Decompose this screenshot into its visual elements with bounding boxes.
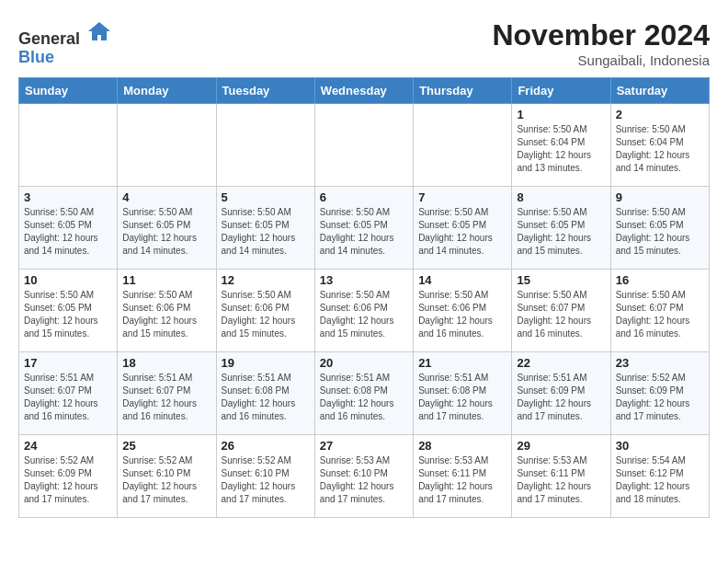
col-header-wednesday: Wednesday xyxy=(314,78,413,104)
day-info: Sunrise: 5:51 AM Sunset: 6:07 PM Dayligh… xyxy=(122,372,210,423)
day-number: 2 xyxy=(616,108,704,121)
calendar-cell: 17Sunrise: 5:51 AM Sunset: 6:07 PM Dayli… xyxy=(19,352,118,435)
day-number: 25 xyxy=(122,439,210,453)
calendar-table: SundayMondayTuesdayWednesdayThursdayFrid… xyxy=(18,77,710,518)
calendar-cell: 7Sunrise: 5:50 AM Sunset: 6:05 PM Daylig… xyxy=(414,187,512,270)
day-info: Sunrise: 5:52 AM Sunset: 6:09 PM Dayligh… xyxy=(616,372,704,423)
calendar-cell: 5Sunrise: 5:50 AM Sunset: 6:05 PM Daylig… xyxy=(216,187,314,270)
calendar-cell: 14Sunrise: 5:50 AM Sunset: 6:06 PM Dayli… xyxy=(414,270,512,352)
day-info: Sunrise: 5:50 AM Sunset: 6:06 PM Dayligh… xyxy=(320,289,408,340)
col-header-thursday: Thursday xyxy=(414,78,512,104)
calendar-header-row: SundayMondayTuesdayWednesdayThursdayFrid… xyxy=(19,78,710,104)
title-block: November 2024 Sungaibali, Indonesia xyxy=(492,18,710,68)
day-info: Sunrise: 5:50 AM Sunset: 6:05 PM Dayligh… xyxy=(616,206,704,258)
calendar-cell: 30Sunrise: 5:54 AM Sunset: 6:12 PM Dayli… xyxy=(610,435,709,518)
day-info: Sunrise: 5:50 AM Sunset: 6:06 PM Dayligh… xyxy=(122,289,210,340)
calendar-cell: 2Sunrise: 5:50 AM Sunset: 6:04 PM Daylig… xyxy=(610,104,709,187)
day-info: Sunrise: 5:50 AM Sunset: 6:05 PM Dayligh… xyxy=(24,206,112,258)
day-info: Sunrise: 5:53 AM Sunset: 6:10 PM Dayligh… xyxy=(320,454,408,506)
calendar-week-row: 10Sunrise: 5:50 AM Sunset: 6:05 PM Dayli… xyxy=(19,270,710,352)
day-number: 13 xyxy=(320,273,408,287)
day-number: 14 xyxy=(418,273,506,287)
col-header-monday: Monday xyxy=(118,78,216,104)
calendar-cell: 9Sunrise: 5:50 AM Sunset: 6:05 PM Daylig… xyxy=(610,187,709,270)
day-number: 10 xyxy=(24,273,112,287)
col-header-saturday: Saturday xyxy=(610,78,709,104)
calendar-cell: 15Sunrise: 5:50 AM Sunset: 6:07 PM Dayli… xyxy=(512,270,610,352)
day-info: Sunrise: 5:52 AM Sunset: 6:10 PM Dayligh… xyxy=(222,454,310,506)
day-number: 30 xyxy=(616,439,704,453)
calendar-week-row: 3Sunrise: 5:50 AM Sunset: 6:05 PM Daylig… xyxy=(19,187,710,270)
day-number: 29 xyxy=(517,439,605,453)
calendar-cell: 11Sunrise: 5:50 AM Sunset: 6:06 PM Dayli… xyxy=(118,270,216,352)
day-info: Sunrise: 5:50 AM Sunset: 6:05 PM Dayligh… xyxy=(418,206,506,258)
calendar-cell: 18Sunrise: 5:51 AM Sunset: 6:07 PM Dayli… xyxy=(118,352,216,435)
col-header-friday: Friday xyxy=(512,78,610,104)
day-info: Sunrise: 5:50 AM Sunset: 6:05 PM Dayligh… xyxy=(517,206,605,258)
day-number: 19 xyxy=(222,356,310,370)
month-year-title: November 2024 xyxy=(492,18,710,52)
day-number: 26 xyxy=(222,439,310,453)
calendar-cell: 1Sunrise: 5:50 AM Sunset: 6:04 PM Daylig… xyxy=(512,104,610,187)
day-number: 6 xyxy=(320,190,408,204)
calendar-cell xyxy=(19,104,118,187)
day-number: 4 xyxy=(122,190,210,204)
col-header-tuesday: Tuesday xyxy=(216,78,314,104)
day-info: Sunrise: 5:51 AM Sunset: 6:08 PM Dayligh… xyxy=(320,372,408,423)
day-number: 21 xyxy=(418,356,506,370)
calendar-cell: 10Sunrise: 5:50 AM Sunset: 6:05 PM Dayli… xyxy=(19,270,118,352)
calendar-week-row: 1Sunrise: 5:50 AM Sunset: 6:04 PM Daylig… xyxy=(19,104,710,187)
logo: General Blue xyxy=(18,18,112,67)
day-number: 27 xyxy=(320,439,408,453)
day-number: 1 xyxy=(517,108,605,121)
calendar-cell xyxy=(414,104,512,187)
calendar-week-row: 17Sunrise: 5:51 AM Sunset: 6:07 PM Dayli… xyxy=(19,352,710,435)
day-number: 28 xyxy=(418,439,506,453)
day-info: Sunrise: 5:52 AM Sunset: 6:09 PM Dayligh… xyxy=(24,454,112,506)
day-number: 8 xyxy=(517,190,605,204)
day-number: 3 xyxy=(24,190,112,204)
day-info: Sunrise: 5:50 AM Sunset: 6:06 PM Dayligh… xyxy=(222,289,310,340)
day-info: Sunrise: 5:53 AM Sunset: 6:11 PM Dayligh… xyxy=(517,454,605,506)
day-info: Sunrise: 5:54 AM Sunset: 6:12 PM Dayligh… xyxy=(616,454,704,506)
calendar-cell xyxy=(118,104,216,187)
calendar-cell: 22Sunrise: 5:51 AM Sunset: 6:09 PM Dayli… xyxy=(512,352,610,435)
day-info: Sunrise: 5:51 AM Sunset: 6:09 PM Dayligh… xyxy=(517,372,605,423)
day-info: Sunrise: 5:50 AM Sunset: 6:07 PM Dayligh… xyxy=(616,289,704,340)
calendar-cell: 6Sunrise: 5:50 AM Sunset: 6:05 PM Daylig… xyxy=(314,187,413,270)
calendar-cell: 16Sunrise: 5:50 AM Sunset: 6:07 PM Dayli… xyxy=(610,270,709,352)
calendar-cell: 13Sunrise: 5:50 AM Sunset: 6:06 PM Dayli… xyxy=(314,270,413,352)
calendar-cell: 23Sunrise: 5:52 AM Sunset: 6:09 PM Dayli… xyxy=(610,352,709,435)
calendar-cell: 3Sunrise: 5:50 AM Sunset: 6:05 PM Daylig… xyxy=(19,187,118,270)
day-number: 20 xyxy=(320,356,408,370)
day-number: 5 xyxy=(222,190,310,204)
day-number: 16 xyxy=(616,273,704,287)
day-info: Sunrise: 5:52 AM Sunset: 6:10 PM Dayligh… xyxy=(122,454,210,506)
calendar-cell xyxy=(314,104,413,187)
day-info: Sunrise: 5:50 AM Sunset: 6:06 PM Dayligh… xyxy=(418,289,506,340)
calendar-cell: 29Sunrise: 5:53 AM Sunset: 6:11 PM Dayli… xyxy=(512,435,610,518)
day-info: Sunrise: 5:50 AM Sunset: 6:05 PM Dayligh… xyxy=(222,206,310,258)
calendar-cell: 8Sunrise: 5:50 AM Sunset: 6:05 PM Daylig… xyxy=(512,187,610,270)
col-header-sunday: Sunday xyxy=(19,78,118,104)
svg-marker-0 xyxy=(88,22,110,40)
day-number: 9 xyxy=(616,190,704,204)
day-number: 23 xyxy=(616,356,704,370)
day-info: Sunrise: 5:50 AM Sunset: 6:05 PM Dayligh… xyxy=(122,206,210,258)
day-info: Sunrise: 5:50 AM Sunset: 6:07 PM Dayligh… xyxy=(517,289,605,340)
day-info: Sunrise: 5:50 AM Sunset: 6:05 PM Dayligh… xyxy=(24,289,112,340)
day-number: 7 xyxy=(418,190,506,204)
day-info: Sunrise: 5:53 AM Sunset: 6:11 PM Dayligh… xyxy=(418,454,506,506)
day-number: 18 xyxy=(122,356,210,370)
logo-general-text: General xyxy=(18,29,80,48)
day-number: 12 xyxy=(222,273,310,287)
calendar-week-row: 24Sunrise: 5:52 AM Sunset: 6:09 PM Dayli… xyxy=(19,435,710,518)
calendar-cell xyxy=(216,104,314,187)
calendar-cell: 12Sunrise: 5:50 AM Sunset: 6:06 PM Dayli… xyxy=(216,270,314,352)
day-info: Sunrise: 5:51 AM Sunset: 6:08 PM Dayligh… xyxy=(418,372,506,423)
day-info: Sunrise: 5:50 AM Sunset: 6:05 PM Dayligh… xyxy=(320,206,408,258)
day-info: Sunrise: 5:50 AM Sunset: 6:04 PM Dayligh… xyxy=(517,123,605,175)
day-info: Sunrise: 5:51 AM Sunset: 6:07 PM Dayligh… xyxy=(24,372,112,423)
calendar-cell: 26Sunrise: 5:52 AM Sunset: 6:10 PM Dayli… xyxy=(216,435,314,518)
day-number: 11 xyxy=(122,273,210,287)
